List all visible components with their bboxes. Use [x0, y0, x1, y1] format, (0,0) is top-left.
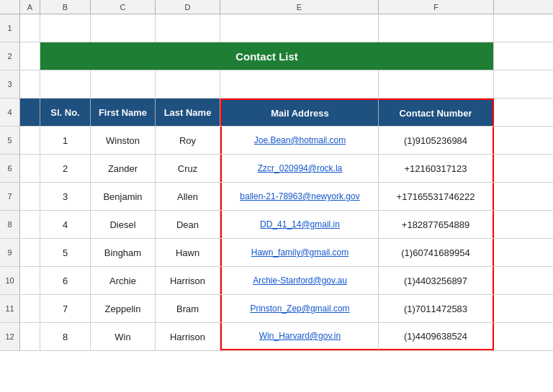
- cell-last-2[interactable]: Cruz: [156, 155, 220, 182]
- cell-a12[interactable]: [20, 323, 40, 350]
- cell-phone-2[interactable]: +12160317123: [379, 155, 494, 182]
- cell-first-1[interactable]: Winston: [91, 127, 156, 154]
- cell-first-4[interactable]: Diesel: [91, 211, 156, 238]
- cell-sl-8[interactable]: 8: [40, 323, 91, 350]
- cell-sl-7[interactable]: 7: [40, 295, 91, 322]
- grid-row-8: 8 4 Diesel Dean DD_41_14@gmail.in +18287…: [0, 211, 553, 239]
- cell-d1[interactable]: [156, 14, 220, 42]
- cell-c1[interactable]: [91, 14, 156, 42]
- cell-a5[interactable]: [20, 127, 40, 154]
- cell-first-5[interactable]: Bingham: [91, 239, 156, 266]
- row-num-6: 6: [0, 155, 20, 182]
- col-header-row: A B C D E F: [0, 0, 553, 14]
- cell-email-1[interactable]: Joe.Bean@hotmail.com: [220, 127, 379, 154]
- header-phone: Contact Number: [379, 99, 494, 126]
- cell-f1[interactable]: [379, 14, 494, 42]
- cell-a4: [20, 99, 40, 126]
- cell-first-3[interactable]: Benjamin: [91, 183, 156, 210]
- cell-last-7[interactable]: Bram: [156, 295, 220, 322]
- row-num-8: 8: [0, 211, 20, 238]
- cell-b3[interactable]: [40, 70, 91, 98]
- grid-row-12: 12 8 Win Harrison Win_Harvard@gov.in (1)…: [0, 323, 553, 351]
- cell-first-7[interactable]: Zeppelin: [91, 295, 156, 322]
- cell-a10[interactable]: [20, 267, 40, 294]
- cell-first-6[interactable]: Archie: [91, 267, 156, 294]
- cell-email-3[interactable]: ballen-21-78963@newyork.gov: [220, 183, 379, 210]
- col-letter-b: B: [40, 0, 91, 14]
- cell-a9[interactable]: [20, 239, 40, 266]
- row-num-1: 1: [0, 14, 20, 42]
- cell-phone-8[interactable]: (1)4409638524: [379, 323, 494, 350]
- cell-email-7[interactable]: Prinston_Zep@gmail.com: [220, 295, 379, 322]
- header-email: Mail Address: [220, 99, 379, 126]
- cell-e3[interactable]: [220, 70, 379, 98]
- cell-sl-4[interactable]: 4: [40, 211, 91, 238]
- col-letter-e: E: [220, 0, 379, 14]
- cell-e1[interactable]: [220, 14, 379, 42]
- cell-phone-3[interactable]: +17165531746222: [379, 183, 494, 210]
- cell-email-2[interactable]: Zzcr_020994@rock.la: [220, 155, 379, 182]
- grid-row-3: 3: [0, 70, 553, 99]
- grid-row-4: 4 Sl. No. First Name Last Name Mail Addr…: [0, 99, 553, 127]
- col-letter-d: D: [156, 0, 220, 14]
- cell-email-8[interactable]: Win_Harvard@gov.in: [220, 323, 379, 350]
- row-num-10: 10: [0, 267, 20, 294]
- cell-c3[interactable]: [91, 70, 156, 98]
- grid-row-7: 7 3 Benjamin Allen ballen-21-78963@newyo…: [0, 183, 553, 211]
- row-num-7: 7: [0, 183, 20, 210]
- cell-b1[interactable]: [40, 14, 91, 42]
- row-num-9: 9: [0, 239, 20, 266]
- grid-row-1: 1: [0, 14, 553, 42]
- cell-d3[interactable]: [156, 70, 220, 98]
- grid-row-10: 10 6 Archie Harrison Archie-Stanford@gov…: [0, 267, 553, 295]
- col-letter-c: C: [91, 0, 156, 14]
- cell-last-5[interactable]: Hawn: [156, 239, 220, 266]
- cell-email-4[interactable]: DD_41_14@gmail.in: [220, 211, 379, 238]
- cell-email-6[interactable]: Archie-Stanford@gov.au: [220, 267, 379, 294]
- cell-phone-4[interactable]: +182877654889: [379, 211, 494, 238]
- cell-phone-5[interactable]: (1)60741689954: [379, 239, 494, 266]
- cell-phone-7[interactable]: (1)7011472583: [379, 295, 494, 322]
- cell-a3[interactable]: [20, 70, 40, 98]
- cell-email-5[interactable]: Hawn_family@gmail.com: [220, 239, 379, 266]
- corner-cell: [0, 0, 20, 14]
- cell-a8[interactable]: [20, 211, 40, 238]
- header-sl: Sl. No.: [40, 99, 91, 126]
- row-num-4: 4: [0, 99, 20, 126]
- cell-last-6[interactable]: Harrison: [156, 267, 220, 294]
- cell-sl-6[interactable]: 6: [40, 267, 91, 294]
- cell-a1[interactable]: [20, 14, 40, 42]
- cell-sl-5[interactable]: 5: [40, 239, 91, 266]
- cell-f3[interactable]: [379, 70, 494, 98]
- grid: 1 2 Contact List 3 4 Sl.: [0, 14, 553, 392]
- cell-a6[interactable]: [20, 155, 40, 182]
- title-cell: Contact List: [40, 42, 494, 70]
- row-num-11: 11: [0, 295, 20, 322]
- grid-row-5: 5 1 Winston Roy Joe.Bean@hotmail.com (1)…: [0, 127, 553, 155]
- cell-sl-2[interactable]: 2: [40, 155, 91, 182]
- cell-phone-6[interactable]: (1)4403256897: [379, 267, 494, 294]
- cell-last-8[interactable]: Harrison: [156, 323, 220, 350]
- grid-row-9: 9 5 Bingham Hawn Hawn_family@gmail.com (…: [0, 239, 553, 267]
- cell-a11[interactable]: [20, 295, 40, 322]
- cell-sl-3[interactable]: 3: [40, 183, 91, 210]
- cell-first-2[interactable]: Zander: [91, 155, 156, 182]
- cell-first-8[interactable]: Win: [91, 323, 156, 350]
- grid-row-2: 2 Contact List: [0, 42, 553, 70]
- cell-a7[interactable]: [20, 183, 40, 210]
- cell-phone-1[interactable]: (1)9105236984: [379, 127, 494, 154]
- cell-last-4[interactable]: Dean: [156, 211, 220, 238]
- cell-sl-1[interactable]: 1: [40, 127, 91, 154]
- spreadsheet: A B C D E F 1 2 Contact List 3: [0, 0, 553, 392]
- cell-a2[interactable]: [20, 42, 40, 70]
- col-letter-a: A: [20, 0, 40, 14]
- cell-last-1[interactable]: Roy: [156, 127, 220, 154]
- grid-row-6: 6 2 Zander Cruz Zzcr_020994@rock.la +121…: [0, 155, 553, 183]
- header-lastname: Last Name: [156, 99, 220, 126]
- row-num-12: 12: [0, 323, 20, 350]
- col-letter-f: F: [379, 0, 494, 14]
- cell-last-3[interactable]: Allen: [156, 183, 220, 210]
- header-firstname: First Name: [91, 99, 156, 126]
- row-num-5: 5: [0, 127, 20, 154]
- row-num-3: 3: [0, 70, 20, 98]
